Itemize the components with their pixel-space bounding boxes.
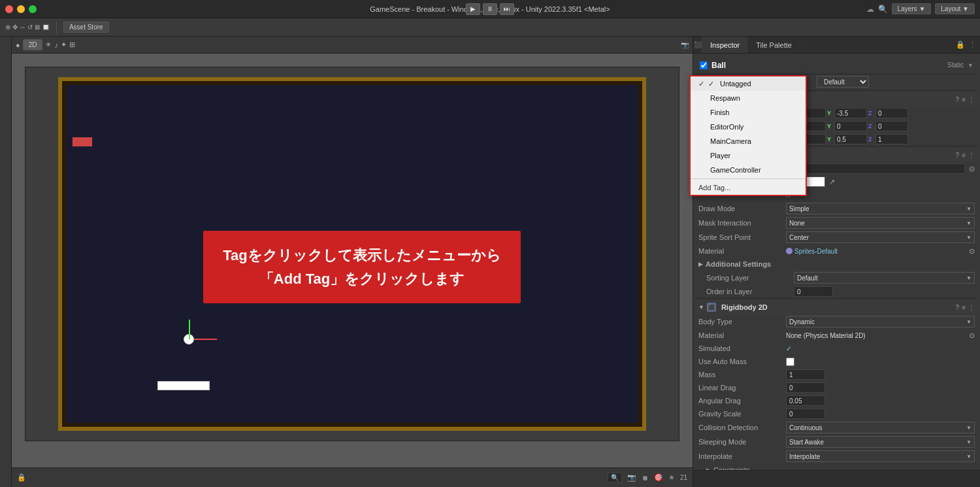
tag-item-respawn[interactable]: Respawn	[691, 91, 806, 105]
sprite-sort-point-dropdown[interactable]: Center ▼	[786, 231, 975, 243]
mask-interaction-dropdown[interactable]: None ▼	[786, 217, 975, 229]
tab-inspector[interactable]: Inspector	[702, 37, 748, 53]
static-dropdown-arrow[interactable]: ▼	[968, 62, 973, 69]
sr-material-picker[interactable]: ⊙	[969, 247, 975, 256]
tag-item-finish[interactable]: Finish	[691, 105, 806, 120]
body-type-row: Body Type Dynamic ▼	[696, 314, 977, 329]
linear-drag-input[interactable]	[786, 382, 825, 393]
main-layout: ● 2D ☀ ♪ ✦ ⊞ 📷	[0, 37, 980, 487]
rb-material-row: Material None (Physics Material 2D) ⊙	[696, 329, 977, 342]
rb-material-picker[interactable]: ⊙	[969, 331, 975, 340]
tag-popup-menu: ✓ Untagged Respawn Finish EditorOnly Mai…	[689, 75, 807, 196]
sorting-layer-dropdown[interactable]: Default ▼	[794, 272, 975, 284]
mass-input[interactable]	[786, 369, 825, 380]
sprite-sort-point-arrow: ▼	[966, 235, 972, 241]
zoom-field[interactable]: 🔍	[608, 473, 622, 482]
rigidbody2d-header[interactable]: ▼ ⬛ Rigidbody 2D ? ≡ ⋮	[696, 300, 977, 314]
sleeping-mode-row: Sleeping Mode Start Awake ▼	[696, 435, 977, 449]
order-in-layer-input[interactable]	[794, 286, 833, 297]
material-dot-icon	[786, 248, 792, 254]
layers-dropdown[interactable]: Layers ▼	[892, 3, 932, 14]
interpolate-dropdown[interactable]: Interpolate ▼	[786, 450, 975, 462]
cloud-icon: ☁	[866, 5, 874, 14]
layer-dropdown[interactable]: Default	[817, 76, 869, 88]
draw-mode-label: Draw Mode	[698, 205, 783, 212]
y-axis	[189, 320, 190, 339]
layout-dropdown[interactable]: Layout ▼	[935, 3, 975, 14]
close-button[interactable]	[5, 5, 13, 13]
rb-more-icon[interactable]: ⋮	[968, 304, 975, 311]
use-auto-mass-checkbox[interactable]	[786, 358, 794, 366]
mass-label: Mass	[698, 371, 783, 378]
z-label: Z	[868, 110, 875, 116]
tag-add-tag-item[interactable]: Add Tag...	[691, 180, 806, 195]
constraints-row[interactable]: ▶ Constraints	[696, 463, 977, 470]
tab-tile-palette[interactable]: Tile Palette	[748, 37, 800, 53]
collision-detection-dropdown[interactable]: Continuous ▼	[786, 422, 975, 433]
rotation-z[interactable]	[875, 121, 908, 131]
effects-icon: ✦	[61, 41, 67, 49]
body-type-dropdown[interactable]: Dynamic ▼	[786, 316, 975, 327]
scale-z[interactable]	[875, 134, 908, 144]
more-icon-panel[interactable]: ⋮	[969, 41, 976, 49]
maximize-button[interactable]	[29, 5, 37, 13]
draw-mode-dropdown[interactable]: Simple ▼	[786, 203, 975, 214]
star-icon: ★	[668, 473, 675, 482]
lock-icon-panel[interactable]: 🔒	[956, 41, 965, 49]
go-active-checkbox[interactable]	[700, 61, 708, 69]
tag-item-player[interactable]: Player	[691, 148, 806, 163]
scale-y[interactable]	[834, 134, 867, 144]
scene-content[interactable]: Tagをクリックして表示したメニューから 「Add Tag」をクリックします	[12, 54, 693, 467]
additional-settings-label: Additional Settings	[706, 260, 791, 268]
rb-preset-icon[interactable]: ≡	[962, 304, 966, 311]
rigidbody2d-section: ▼ ⬛ Rigidbody 2D ? ≡ ⋮ Body Type Dynamic…	[696, 300, 977, 470]
play-button[interactable]: ▶	[466, 3, 480, 15]
sr-preset-icon[interactable]: ≡	[962, 152, 966, 159]
use-auto-mass-label: Use Auto Mass	[698, 358, 783, 365]
sprite-field[interactable]	[786, 163, 965, 174]
simulated-label: Simulated	[698, 344, 783, 352]
go-name[interactable]: Ball	[711, 61, 943, 70]
step-button[interactable]: ⏭	[500, 3, 514, 15]
sy-label: Y	[827, 136, 834, 143]
color-picker-icon[interactable]: ↗	[829, 178, 835, 186]
additional-settings-row[interactable]: ▶ Additional Settings	[696, 258, 977, 271]
rb-help-icon[interactable]: ?	[956, 304, 960, 311]
minimize-button[interactable]	[17, 5, 25, 13]
transform-help-icon[interactable]: ?	[956, 96, 960, 103]
position-y[interactable]	[834, 108, 867, 118]
tag-item-maincamera[interactable]: MainCamera	[691, 134, 806, 148]
sleeping-mode-dropdown[interactable]: Start Awake ▼	[786, 436, 975, 448]
sr-help-icon[interactable]: ?	[956, 152, 960, 159]
sprite-picker-icon[interactable]: ⊙	[969, 165, 975, 173]
rb-material-value: None (Physics Material 2D)	[786, 332, 966, 339]
left-sidebar	[0, 37, 12, 487]
gravity-scale-input[interactable]	[786, 409, 825, 419]
angular-drag-row: Angular Drag	[696, 394, 977, 407]
rb-icon: ⬛	[707, 303, 716, 312]
tag-item-editoronly[interactable]: EditorOnly	[691, 120, 806, 134]
lock-icon: 🔒	[17, 473, 26, 482]
interpolate-arrow: ▼	[966, 454, 972, 460]
transform-more-icon[interactable]: ⋮	[968, 96, 975, 103]
angular-drag-input[interactable]	[786, 395, 825, 406]
tag-item-untagged[interactable]: ✓ Untagged	[691, 76, 806, 91]
2d-toggle[interactable]: 2D	[23, 39, 43, 50]
search-icon: 🔍	[878, 5, 888, 14]
tag-item-gamecontroller[interactable]: GameController	[691, 163, 806, 177]
interpolate-row: Interpolate Interpolate ▼	[696, 449, 977, 463]
transform-preset-icon[interactable]: ≡	[962, 96, 966, 103]
interpolate-label: Interpolate	[698, 452, 783, 460]
mass-row: Mass	[696, 368, 977, 381]
asset-store-tab[interactable]: Asset Store	[63, 22, 109, 33]
sr-material-value: Sprites-Default	[794, 248, 838, 255]
pause-button[interactable]: ⏸	[483, 3, 497, 15]
scene-bottom-bar: 🔒 🔍 📷 ⏺ 🎯 ★ 21	[12, 467, 693, 487]
grid-icon: ⊞	[69, 41, 75, 49]
scene-area: ● 2D ☀ ♪ ✦ ⊞ 📷	[12, 37, 693, 487]
rotation-y[interactable]	[834, 121, 867, 131]
position-z[interactable]	[875, 108, 908, 118]
record-icon: ⏺	[642, 474, 649, 482]
sr-more-icon[interactable]: ⋮	[968, 152, 975, 159]
transform-tools: ⊕ ✥ ↔ ↺ ⊠ 🔲	[5, 24, 50, 31]
